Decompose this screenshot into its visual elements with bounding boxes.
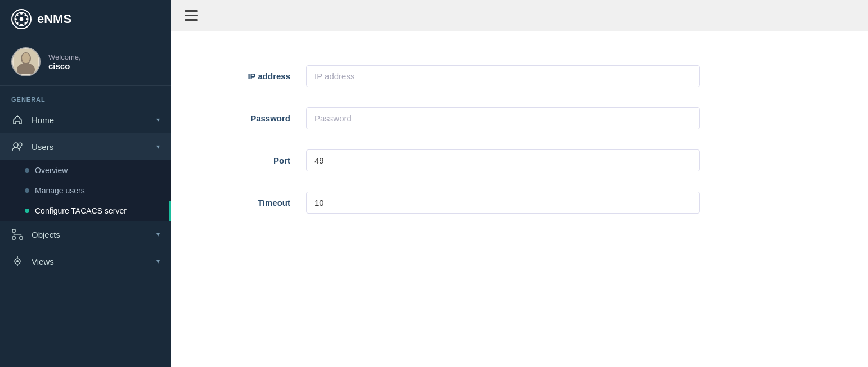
sidebar-item-configure-tacacs[interactable]: Configure TACACS server — [0, 201, 171, 221]
main-content: IP address Password Port Timeout — [171, 0, 868, 367]
welcome-text: Welcome, — [48, 53, 81, 61]
logo-text: eNMS — [37, 12, 71, 26]
svg-point-2 — [20, 12, 23, 15]
svg-point-15 — [19, 143, 22, 146]
hamburger-line-1 — [185, 10, 198, 12]
sidebar-item-objects[interactable]: Objects ▾ — [0, 221, 171, 248]
sidebar-item-home[interactable]: Home ▾ — [0, 106, 171, 133]
topbar — [171, 0, 868, 31]
form-area: IP address Password Port Timeout — [171, 31, 868, 367]
chevron-down-icon: ▾ — [156, 143, 160, 151]
svg-rect-18 — [20, 237, 23, 239]
svg-point-14 — [14, 143, 18, 147]
sidebar-item-manage-users-label: Manage users — [35, 186, 85, 195]
svg-point-1 — [20, 17, 24, 21]
svg-point-7 — [24, 22, 26, 24]
ip-address-row: IP address — [227, 65, 812, 87]
sidebar: eNMS Welcome, cisco GENERAL Home ▾ — [0, 0, 171, 367]
svg-point-23 — [16, 260, 19, 262]
dot-icon — [25, 168, 29, 173]
sidebar-item-manage-users[interactable]: Manage users — [0, 180, 171, 201]
svg-point-3 — [20, 24, 23, 26]
timeout-label: Timeout — [227, 198, 306, 207]
chevron-down-icon: ▾ — [156, 230, 160, 238]
svg-point-6 — [16, 14, 18, 16]
sidebar-item-overview[interactable]: Overview — [0, 160, 171, 180]
ip-address-label: IP address — [227, 71, 306, 81]
menu-toggle-button[interactable] — [185, 10, 198, 21]
dot-icon — [25, 188, 29, 193]
views-icon — [11, 255, 24, 268]
port-input[interactable] — [306, 149, 700, 171]
port-label: Port — [227, 156, 306, 165]
ip-address-input[interactable] — [306, 65, 700, 87]
timeout-row: Timeout — [227, 192, 812, 214]
sidebar-item-overview-label: Overview — [35, 166, 68, 175]
dot-icon — [25, 209, 29, 213]
user-info: Welcome, cisco — [48, 53, 81, 71]
logo-icon — [11, 9, 32, 29]
sidebar-item-views[interactable]: Views ▾ — [0, 248, 171, 275]
home-icon — [11, 114, 24, 126]
timeout-input[interactable] — [306, 192, 700, 214]
sidebar-item-users-label: Users — [32, 142, 53, 152]
active-indicator — [169, 201, 171, 221]
sidebar-item-home-label: Home — [32, 115, 54, 125]
hamburger-line-3 — [185, 19, 198, 21]
password-row: Password — [227, 107, 812, 129]
svg-point-8 — [24, 14, 26, 16]
user-profile: Welcome, cisco — [0, 38, 171, 86]
svg-point-4 — [15, 18, 17, 20]
password-input[interactable] — [306, 107, 700, 129]
objects-icon — [11, 228, 24, 241]
users-icon — [11, 141, 24, 153]
avatar — [11, 47, 41, 76]
port-row: Port — [227, 149, 812, 171]
sidebar-item-users[interactable]: Users ▾ — [0, 133, 171, 160]
sidebar-item-objects-label: Objects — [32, 230, 60, 239]
section-general-label: GENERAL — [0, 86, 171, 106]
chevron-down-icon: ▾ — [156, 257, 160, 265]
svg-point-5 — [26, 18, 28, 20]
username: cisco — [48, 61, 81, 71]
chevron-down-icon: ▾ — [156, 116, 160, 124]
logo-area: eNMS — [0, 0, 171, 38]
password-label: Password — [227, 114, 306, 123]
svg-rect-17 — [12, 237, 15, 239]
users-sub-nav: Overview Manage users Configure TACACS s… — [0, 160, 171, 221]
svg-rect-16 — [12, 229, 15, 232]
svg-point-9 — [16, 22, 18, 24]
hamburger-line-2 — [185, 15, 198, 16]
sidebar-item-views-label: Views — [32, 257, 54, 266]
sidebar-item-configure-tacacs-label: Configure TACACS server — [35, 206, 127, 215]
